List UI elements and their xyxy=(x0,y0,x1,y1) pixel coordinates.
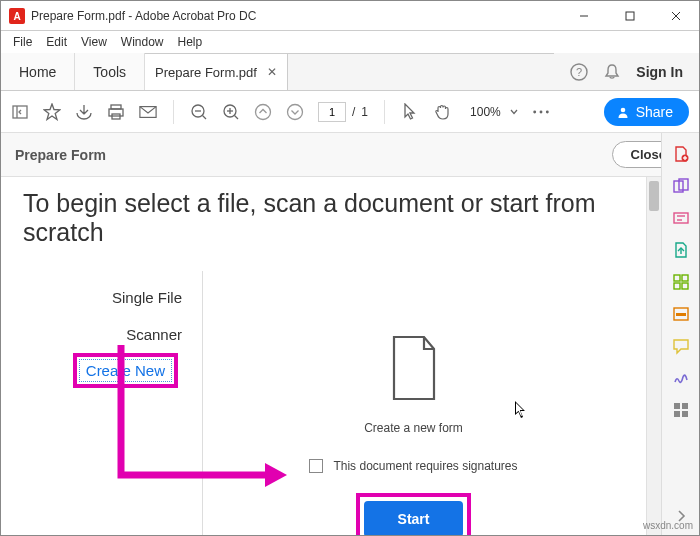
mail-icon[interactable] xyxy=(139,103,157,121)
tabbar: Home Tools Prepare Form.pdf ✕ ? Sign In xyxy=(1,53,699,91)
page-down-icon[interactable] xyxy=(286,103,304,121)
svg-rect-3 xyxy=(626,12,634,20)
svg-rect-34 xyxy=(674,213,688,223)
workarea: To begin select a file, scan a document … xyxy=(1,177,661,535)
share-button[interactable]: Share xyxy=(604,98,689,126)
svg-point-23 xyxy=(288,104,303,119)
watermark: wsxdn.com xyxy=(643,520,693,531)
more-tools-icon[interactable] xyxy=(672,401,690,419)
option-create-new[interactable]: Create New xyxy=(79,359,172,382)
right-tool-panel xyxy=(661,133,699,535)
main-content: To begin select a file, scan a document … xyxy=(1,177,646,535)
svg-marker-24 xyxy=(405,104,414,119)
signatures-checkbox-label: This document requires signatures xyxy=(333,459,517,473)
zoom-out-icon[interactable] xyxy=(190,103,208,121)
svg-rect-41 xyxy=(682,283,688,289)
sign-icon[interactable] xyxy=(672,369,690,387)
organize-icon[interactable] xyxy=(672,273,690,291)
minimize-button[interactable] xyxy=(561,1,607,31)
menu-file[interactable]: File xyxy=(7,33,38,51)
annotation-highlight-create-new: Create New xyxy=(73,353,178,388)
annotation-highlight-start: Start xyxy=(356,493,472,535)
svg-text:A: A xyxy=(13,11,20,22)
option-detail-pane: Create a new form This document requires… xyxy=(203,271,624,535)
redact-icon[interactable] xyxy=(672,305,690,323)
close-tab-icon[interactable]: ✕ xyxy=(267,65,277,79)
select-tool-icon[interactable] xyxy=(401,103,419,121)
new-document-icon xyxy=(386,333,442,403)
svg-rect-45 xyxy=(682,403,688,409)
svg-rect-47 xyxy=(682,411,688,417)
svg-rect-38 xyxy=(674,275,680,281)
menu-edit[interactable]: Edit xyxy=(40,33,73,51)
svg-rect-43 xyxy=(676,313,686,316)
menu-window[interactable]: Window xyxy=(115,33,170,51)
start-button[interactable]: Start xyxy=(364,501,464,535)
share-person-icon xyxy=(616,105,630,119)
zoom-select[interactable]: 100% xyxy=(465,102,518,122)
page-total: 1 xyxy=(361,105,368,119)
tab-home[interactable]: Home xyxy=(1,53,75,90)
print-icon[interactable] xyxy=(107,103,125,121)
menu-help[interactable]: Help xyxy=(172,33,209,51)
svg-rect-40 xyxy=(674,283,680,289)
titlebar: A Prepare Form.pdf - Adobe Acrobat Pro D… xyxy=(1,1,699,31)
tab-tools[interactable]: Tools xyxy=(75,53,145,90)
page-title: Prepare Form xyxy=(15,147,106,163)
create-pdf-icon[interactable] xyxy=(672,145,690,163)
comment-icon[interactable] xyxy=(672,337,690,355)
signatures-checkbox-row[interactable]: This document requires signatures xyxy=(309,459,517,473)
share-label: Share xyxy=(636,104,673,120)
svg-text:?: ? xyxy=(576,66,582,78)
save-icon[interactable] xyxy=(75,103,93,121)
scrollbar-thumb[interactable] xyxy=(649,181,659,211)
svg-rect-12 xyxy=(109,109,123,116)
hand-tool-icon[interactable] xyxy=(433,103,451,121)
menubar: File Edit View Window Help xyxy=(1,31,699,53)
page-counter: / 1 xyxy=(318,102,368,122)
document-tab-label: Prepare Form.pdf xyxy=(155,65,257,80)
vertical-scrollbar[interactable] xyxy=(646,177,661,535)
svg-point-27 xyxy=(546,110,549,113)
svg-rect-46 xyxy=(674,411,680,417)
svg-point-28 xyxy=(620,107,625,112)
page-sep: / xyxy=(352,105,355,119)
svg-point-22 xyxy=(256,104,271,119)
svg-rect-39 xyxy=(682,275,688,281)
help-icon[interactable]: ? xyxy=(570,63,588,81)
bell-icon[interactable] xyxy=(604,63,620,81)
toolbar: / 1 100% Share xyxy=(1,91,699,133)
page-current-input[interactable] xyxy=(318,102,346,122)
zoom-value: 100% xyxy=(465,102,506,122)
svg-marker-10 xyxy=(44,104,60,120)
signatures-checkbox[interactable] xyxy=(309,459,323,473)
sub-header: Prepare Form Close xyxy=(1,133,699,177)
document-tab[interactable]: Prepare Form.pdf ✕ xyxy=(145,53,288,90)
zoom-in-icon[interactable] xyxy=(222,103,240,121)
svg-rect-8 xyxy=(13,106,27,118)
sign-in-button[interactable]: Sign In xyxy=(636,64,683,80)
svg-rect-44 xyxy=(674,403,680,409)
source-options-list: Single File Scanner Create New xyxy=(23,271,203,535)
sidebar-toggle-icon[interactable] xyxy=(11,103,29,121)
close-window-button[interactable] xyxy=(653,1,699,31)
option-caption: Create a new form xyxy=(364,421,463,435)
more-icon[interactable] xyxy=(532,103,550,121)
combine-icon[interactable] xyxy=(672,177,690,195)
headline: To begin select a file, scan a document … xyxy=(23,189,624,247)
edit-icon[interactable] xyxy=(672,209,690,227)
chevron-down-icon xyxy=(510,109,518,115)
star-icon[interactable] xyxy=(43,103,61,121)
svg-line-21 xyxy=(235,115,239,119)
window-title: Prepare Form.pdf - Adobe Acrobat Pro DC xyxy=(31,9,256,23)
svg-point-25 xyxy=(533,110,536,113)
export-icon[interactable] xyxy=(672,241,690,259)
maximize-button[interactable] xyxy=(607,1,653,31)
option-single-file[interactable]: Single File xyxy=(23,279,202,316)
svg-point-26 xyxy=(539,110,542,113)
option-scanner[interactable]: Scanner xyxy=(23,316,202,353)
page-up-icon[interactable] xyxy=(254,103,272,121)
app-icon: A xyxy=(9,8,25,24)
svg-line-17 xyxy=(203,115,207,119)
menu-view[interactable]: View xyxy=(75,33,113,51)
